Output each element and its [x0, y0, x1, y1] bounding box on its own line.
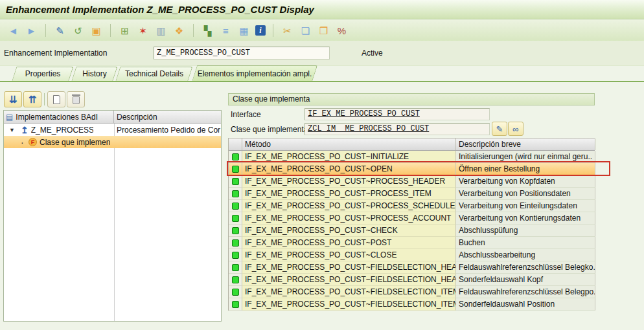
- description-cell: Feldauswahlreferenzschlüssel Belegpo..: [456, 286, 595, 298]
- status-cell: [229, 237, 242, 249]
- tree-item-label[interactable]: Clase que implemen: [40, 138, 110, 147]
- tab-enhancement-elements[interactable]: Elementos implementación ampl.: [194, 67, 315, 81]
- method-cell[interactable]: IF_EX_ME_PROCESS_PO_CUST~CLOSE: [242, 249, 456, 261]
- table-row[interactable]: IF_EX_ME_PROCESS_PO_CUST~CLOSEAbschlussb…: [229, 249, 595, 261]
- tree-column-divider: [114, 124, 115, 321]
- table-row[interactable]: IF_EX_ME_PROCESS_PO_CUST~PROCESS_ACCOUNT…: [229, 212, 595, 225]
- status-green-icon: [232, 252, 239, 259]
- methods-table-header: Método Descripción breve: [229, 138, 595, 151]
- status-column-header: [229, 138, 242, 150]
- table-row[interactable]: IF_EX_ME_PROCESS_PO_CUST~INITIALIZEIniti…: [229, 151, 595, 163]
- description-cell: Verarbeitung von Kontierungsdaten: [456, 212, 595, 225]
- tab-content-divider: [0, 81, 644, 82]
- tab-properties[interactable]: Properties: [14, 67, 71, 81]
- status-cell: [229, 261, 242, 274]
- method-cell[interactable]: IF_EX_ME_PROCESS_PO_CUST~PROCESS_HEADER: [242, 175, 456, 188]
- cut-icon[interactable]: ✂: [281, 24, 294, 38]
- tree-list-icon: ▤: [6, 113, 13, 122]
- window-titlebar: Enhancement Implementation Z_ME_PROCESS_…: [0, 0, 644, 19]
- copy-icon[interactable]: ❏: [299, 24, 312, 38]
- method-column-header[interactable]: Método: [242, 138, 456, 150]
- navigate-icon[interactable]: ❖: [172, 24, 186, 38]
- status-green-icon: [232, 301, 239, 308]
- info-icon[interactable]: i: [255, 25, 266, 36]
- activate-icon[interactable]: ✶: [136, 24, 150, 38]
- implementing-class-icon: F: [29, 138, 37, 146]
- tree-row-badi[interactable]: ▼ ↥ Z_ME_PROCESS_PO_C Procesamiento Pedi…: [4, 124, 221, 136]
- description-column-header[interactable]: Descripción breve: [456, 138, 595, 150]
- refresh-icon[interactable]: ↺: [71, 24, 85, 38]
- tree-column-implementations[interactable]: ▤ Implementaciones BAdI: [4, 111, 114, 123]
- method-cell[interactable]: IF_EX_ME_PROCESS_PO_CUST~FIELDSELECTION_…: [242, 286, 456, 298]
- status-cell: [229, 175, 242, 188]
- method-cell[interactable]: IF_EX_ME_PROCESS_PO_CUST~POST: [242, 237, 456, 249]
- enhancement-name-input[interactable]: [154, 47, 330, 60]
- paste-icon[interactable]: ❐: [317, 24, 330, 38]
- tab-technical-details[interactable]: Technical Details: [118, 67, 190, 81]
- stamp-icon[interactable]: ▥: [154, 24, 168, 38]
- method-cell[interactable]: IF_EX_ME_PROCESS_PO_CUST~CHECK: [242, 225, 456, 237]
- bullet-icon: ·: [21, 137, 27, 148]
- trash-icon: [73, 96, 80, 104]
- implementing-class-label: Clase que implementa: [231, 125, 308, 134]
- description-cell: Verarbeitung von Positionsdaten: [456, 188, 595, 200]
- create-button[interactable]: [47, 91, 65, 107]
- collapse-arrow-icon[interactable]: ▼: [9, 127, 17, 133]
- method-cell[interactable]: IF_EX_ME_PROCESS_PO_CUST~FIELDSELECTION_…: [242, 261, 456, 274]
- hierarchy-icon[interactable]: ▚: [201, 24, 214, 38]
- display-change-icon[interactable]: ✎: [53, 24, 67, 38]
- linked-objects-icon[interactable]: ⊞: [118, 24, 132, 38]
- table-row[interactable]: IF_EX_ME_PROCESS_PO_CUST~PROCESS_SCHEDUL…: [229, 200, 595, 212]
- table-row[interactable]: IF_EX_ME_PROCESS_PO_CUST~CHECKAbschlussp…: [229, 225, 595, 237]
- status-cell: [229, 286, 242, 298]
- sort-icon[interactable]: ≡: [219, 24, 233, 38]
- method-cell[interactable]: IF_EX_ME_PROCESS_PO_CUST~PROCESS_ACCOUNT: [242, 212, 456, 225]
- tree-item-description: Procesamiento Pedido de Cor: [117, 126, 221, 135]
- method-cell[interactable]: IF_EX_ME_PROCESS_PO_CUST~FIELDSELECTION_…: [242, 274, 456, 286]
- status-cell: [229, 200, 242, 212]
- tree-row-implementing-class[interactable]: · F Clase que implemen: [4, 136, 221, 148]
- table-row[interactable]: IF_EX_ME_PROCESS_PO_CUST~FIELDSELECTION_…: [229, 274, 595, 286]
- status-active-label: Active: [362, 49, 383, 58]
- copy-template-icon[interactable]: ▣: [89, 24, 103, 38]
- method-cell[interactable]: IF_EX_ME_PROCESS_PO_CUST~PROCESS_ITEM: [242, 188, 456, 200]
- delete-button[interactable]: [67, 91, 85, 107]
- table-row[interactable]: IF_EX_ME_PROCESS_PO_CUST~POSTBuchen: [229, 237, 595, 249]
- tab-history[interactable]: History: [74, 67, 115, 81]
- tabstrip: Properties History Technical Details Ele…: [0, 66, 644, 82]
- methods-table: Método Descripción breve IF_EX_ME_PROCES…: [228, 138, 595, 311]
- collapse-all-button[interactable]: ⇈: [23, 91, 41, 107]
- description-cell: Verarbeitung von Kopfdaten: [456, 175, 595, 188]
- left-toolbar-separator: [44, 93, 45, 105]
- description-cell: Initialisierungen (wird nur einmal geru.…: [456, 151, 595, 163]
- table-row[interactable]: IF_EX_ME_PROCESS_PO_CUST~OPENÖffnen eine…: [229, 163, 595, 175]
- table-row[interactable]: IF_EX_ME_PROCESS_PO_CUST~FIELDSELECTION_…: [229, 298, 595, 311]
- method-cell[interactable]: IF_EX_ME_PROCESS_PO_CUST~PROCESS_SCHEDUL…: [242, 200, 456, 212]
- group-header-implementing-class: Clase que implementa: [228, 93, 595, 105]
- pencil-icon: ✎: [496, 124, 503, 134]
- table-row[interactable]: IF_EX_ME_PROCESS_PO_CUST~PROCESS_ITEMVer…: [229, 188, 595, 200]
- toolbar: ◄►✎↺▣⊞✶▥❖▚≡▦i✂❏❐%: [0, 20, 644, 41]
- forward-icon[interactable]: ►: [25, 24, 38, 38]
- status-green-icon: [232, 239, 239, 247]
- back-icon[interactable]: ◄: [6, 24, 20, 38]
- paste-special-icon[interactable]: %: [335, 24, 349, 38]
- expand-all-button[interactable]: ⇊: [4, 91, 22, 107]
- status-green-icon: [232, 227, 239, 234]
- method-cell[interactable]: IF_EX_ME_PROCESS_PO_CUST~INITIALIZE: [242, 151, 456, 163]
- table-view-icon[interactable]: ▦: [237, 24, 251, 38]
- table-row[interactable]: IF_EX_ME_PROCESS_PO_CUST~FIELDSELECTION_…: [229, 286, 595, 298]
- method-cell[interactable]: IF_EX_ME_PROCESS_PO_CUST~OPEN: [242, 163, 456, 175]
- change-button[interactable]: ✎: [492, 122, 507, 136]
- table-row[interactable]: IF_EX_ME_PROCESS_PO_CUST~PROCESS_HEADERV…: [229, 175, 595, 188]
- status-cell: [229, 163, 242, 175]
- table-row[interactable]: IF_EX_ME_PROCESS_PO_CUST~FIELDSELECTION_…: [229, 261, 595, 274]
- status-green-icon: [232, 203, 239, 210]
- display-button[interactable]: ∞: [508, 122, 523, 136]
- interface-field[interactable]: IF_EX_ME_PROCESS_PO_CUST: [305, 108, 490, 120]
- tree-item-label[interactable]: Z_ME_PROCESS_PO_C: [31, 126, 93, 135]
- tree-column-description[interactable]: Descripción: [114, 111, 221, 123]
- method-cell[interactable]: IF_EX_ME_PROCESS_PO_CUST~FIELDSELECTION_…: [242, 298, 456, 311]
- implementing-class-field[interactable]: ZCL_IM__ME_PROCESS_PO_CUST: [305, 123, 490, 135]
- status-cell: [229, 249, 242, 261]
